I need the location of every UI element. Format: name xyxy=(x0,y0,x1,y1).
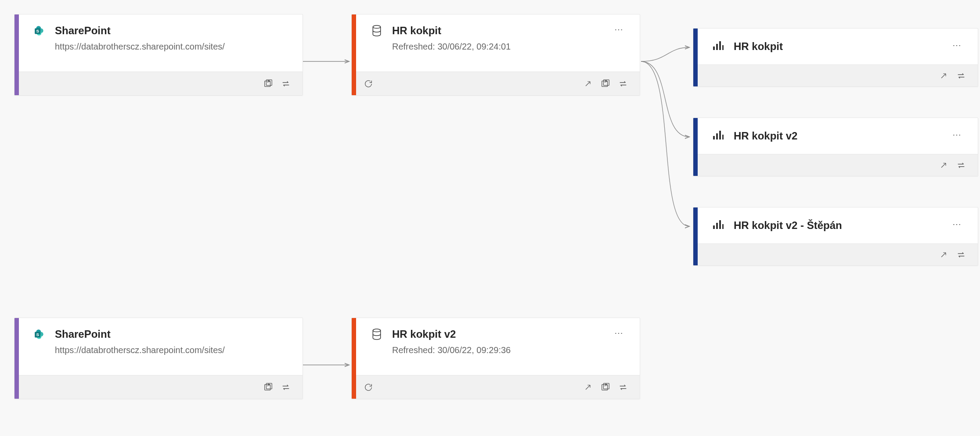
open-external-icon[interactable] xyxy=(579,379,597,396)
svg-rect-22 xyxy=(719,41,721,50)
accent-bar xyxy=(352,318,356,399)
report-icon xyxy=(711,40,726,50)
swap-icon[interactable] xyxy=(614,75,632,93)
svg-text:S: S xyxy=(36,332,39,337)
show-impact-icon[interactable] xyxy=(259,75,277,93)
svg-point-14 xyxy=(373,25,380,29)
accent-bar xyxy=(693,118,698,176)
sharepoint-icon: S xyxy=(32,328,47,340)
swap-icon[interactable] xyxy=(277,379,295,396)
svg-point-17 xyxy=(373,329,380,332)
card-title: SharePoint xyxy=(55,328,290,341)
swap-icon[interactable] xyxy=(277,75,295,93)
svg-rect-23 xyxy=(722,45,724,50)
card-dataset-hr-kokpit-v2[interactable]: HR kokpit v2 Refreshed: 30/06/22, 09:29:… xyxy=(351,318,640,399)
open-external-icon[interactable] xyxy=(935,157,952,174)
card-subtitle: https://databrotherscz.sharepoint.com/si… xyxy=(55,41,290,52)
card-title: HR kokpit xyxy=(392,24,610,37)
card-report-hr-kokpit-v2-stepan[interactable]: HR kokpit v2 - Štěpán ⋯ xyxy=(693,207,978,266)
card-subtitle: Refreshed: 30/06/22, 09:29:36 xyxy=(392,344,610,356)
report-icon xyxy=(711,219,726,229)
card-title: HR kokpit v2 xyxy=(734,129,948,143)
card-source-sharepoint-1[interactable]: S SharePoint https://databrotherscz.shar… xyxy=(14,14,303,96)
more-options-icon[interactable]: ⋯ xyxy=(610,328,627,338)
more-options-icon[interactable]: ⋯ xyxy=(948,129,966,140)
svg-rect-26 xyxy=(719,131,721,139)
card-source-sharepoint-2[interactable]: S SharePoint https://databrotherscz.shar… xyxy=(14,318,303,399)
svg-rect-20 xyxy=(713,46,715,50)
card-dataset-hr-kokpit[interactable]: HR kokpit Refreshed: 30/06/22, 09:24:01 … xyxy=(351,14,640,96)
card-title: HR kokpit v2 xyxy=(392,328,610,341)
open-external-icon[interactable] xyxy=(579,75,597,93)
swap-icon[interactable] xyxy=(614,379,632,396)
svg-text:S: S xyxy=(36,29,39,33)
accent-bar xyxy=(693,207,698,265)
more-options-icon[interactable]: ⋯ xyxy=(948,40,966,50)
more-options-icon[interactable]: ⋯ xyxy=(610,24,627,35)
more-options-icon[interactable]: ⋯ xyxy=(948,219,966,229)
svg-rect-27 xyxy=(722,135,724,139)
show-impact-icon[interactable] xyxy=(259,379,277,396)
show-impact-icon[interactable] xyxy=(597,75,614,93)
sharepoint-icon: S xyxy=(32,24,47,36)
accent-bar xyxy=(693,29,698,86)
dataset-icon xyxy=(369,24,384,36)
swap-icon[interactable] xyxy=(952,246,970,264)
refresh-icon[interactable] xyxy=(360,379,377,396)
swap-icon[interactable] xyxy=(952,67,970,85)
card-title: SharePoint xyxy=(55,24,290,37)
dataset-icon xyxy=(369,328,384,340)
card-subtitle: https://databrotherscz.sharepoint.com/si… xyxy=(55,344,290,356)
svg-rect-24 xyxy=(713,136,715,139)
card-report-hr-kokpit[interactable]: HR kokpit ⋯ xyxy=(693,28,978,87)
accent-bar xyxy=(14,14,19,95)
svg-rect-30 xyxy=(719,220,721,229)
accent-bar xyxy=(14,318,19,399)
report-icon xyxy=(711,129,726,140)
card-title: HR kokpit xyxy=(734,40,948,53)
svg-rect-21 xyxy=(716,44,718,50)
swap-icon[interactable] xyxy=(952,157,970,174)
svg-rect-25 xyxy=(716,133,718,139)
open-external-icon[interactable] xyxy=(935,67,952,85)
svg-rect-28 xyxy=(713,225,715,229)
open-external-icon[interactable] xyxy=(935,246,952,264)
card-title: HR kokpit v2 - Štěpán xyxy=(734,219,948,232)
refresh-icon[interactable] xyxy=(360,75,377,93)
card-report-hr-kokpit-v2[interactable]: HR kokpit v2 ⋯ xyxy=(693,118,978,176)
svg-rect-31 xyxy=(722,224,724,229)
svg-rect-29 xyxy=(716,223,718,229)
show-impact-icon[interactable] xyxy=(597,379,614,396)
card-subtitle: Refreshed: 30/06/22, 09:24:01 xyxy=(392,41,610,52)
accent-bar xyxy=(352,14,356,95)
